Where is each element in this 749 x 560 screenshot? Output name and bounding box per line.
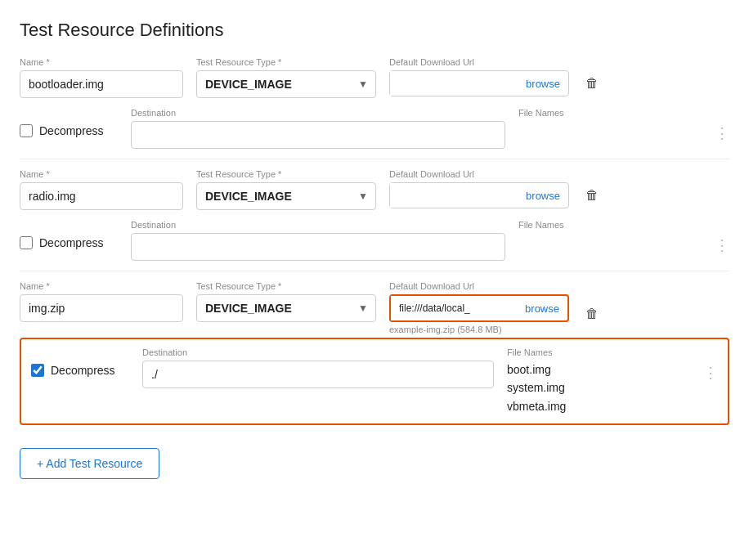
- delete-button-2[interactable]: 🗑: [582, 181, 602, 209]
- url-group-1: Default Download Url browse: [389, 57, 569, 96]
- resource-section-1: Name * Test Resource Type * DEVICE_IMAGE…: [20, 57, 729, 159]
- name-label-1: Name *: [20, 57, 183, 67]
- type-select-3[interactable]: DEVICE_IMAGE: [196, 294, 376, 322]
- decompress-row-1: Decompress Destination File Names ⋮: [20, 101, 729, 159]
- url-wrapper-3: browse: [389, 294, 569, 322]
- url-label-3: Default Download Url: [389, 281, 569, 291]
- scroll-indicator-3: ⋮: [700, 364, 718, 382]
- resource-row-2: Name * Test Resource Type * DEVICE_IMAGE…: [20, 169, 729, 210]
- destination-label-1: Destination: [131, 108, 505, 118]
- destination-label-2: Destination: [131, 220, 505, 230]
- filename-item: vbmeta.img: [507, 397, 687, 415]
- destination-label-3: Destination: [142, 347, 494, 357]
- decompress-check-1: Decompress: [20, 124, 118, 137]
- destination-input-2[interactable]: [131, 233, 505, 261]
- decompress-checkbox-3[interactable]: [31, 364, 44, 377]
- name-group-3: Name *: [20, 281, 183, 322]
- resources-container: Name * Test Resource Type * DEVICE_IMAGE…: [20, 57, 729, 425]
- filenames-group-2: File Names: [518, 220, 698, 233]
- page-title: Test Resource Definitions: [20, 20, 729, 41]
- url-input-2[interactable]: [390, 183, 518, 208]
- type-group-1: Test Resource Type * DEVICE_IMAGE ▼: [196, 57, 376, 98]
- name-group-2: Name *: [20, 169, 183, 210]
- resource-section-3: Name * Test Resource Type * DEVICE_IMAGE…: [20, 281, 729, 425]
- decompress-check-3: Decompress: [31, 364, 129, 377]
- type-group-3: Test Resource Type * DEVICE_IMAGE ▼: [196, 281, 376, 322]
- delete-button-1[interactable]: 🗑: [582, 69, 602, 97]
- name-group-1: Name *: [20, 57, 183, 98]
- resource-section-2: Name * Test Resource Type * DEVICE_IMAGE…: [20, 169, 729, 271]
- browse-link-3[interactable]: browse: [517, 302, 567, 315]
- destination-input-1[interactable]: [131, 121, 505, 149]
- resource-row-3: Name * Test Resource Type * DEVICE_IMAGE…: [20, 281, 729, 334]
- type-label-1: Test Resource Type *: [196, 57, 376, 67]
- url-wrapper-2: browse: [389, 182, 569, 208]
- decompress-label-1: Decompress: [39, 124, 104, 137]
- filenames-list-3: boot.imgsystem.imgvbmeta.img: [507, 361, 687, 415]
- decompress-check-2: Decompress: [20, 236, 118, 249]
- type-select-1[interactable]: DEVICE_IMAGE: [196, 70, 376, 98]
- filenames-label-3: File Names: [507, 347, 687, 357]
- url-input-1[interactable]: [390, 71, 518, 96]
- filename-item: system.img: [507, 379, 687, 396]
- name-input-2[interactable]: [20, 182, 183, 210]
- url-label-1: Default Download Url: [389, 57, 569, 67]
- decompress-row-3: Decompress Destination File Names boot.i…: [20, 338, 729, 425]
- delete-button-3[interactable]: 🗑: [582, 300, 602, 328]
- name-label-2: Name *: [20, 169, 183, 179]
- filename-item: boot.img: [507, 361, 687, 379]
- filenames-group-1: File Names: [518, 108, 698, 121]
- decompress-row-2: Decompress Destination File Names ⋮: [20, 213, 729, 271]
- resource-row-1: Name * Test Resource Type * DEVICE_IMAGE…: [20, 57, 729, 98]
- name-input-3[interactable]: [20, 294, 183, 322]
- url-input-3[interactable]: [391, 296, 517, 320]
- destination-group-2: Destination: [131, 220, 505, 261]
- browse-link-2[interactable]: browse: [518, 190, 568, 202]
- url-hint-3: example-img.zip (584.8 MB): [389, 325, 569, 334]
- filenames-label-2: File Names: [518, 220, 698, 230]
- decompress-label-3: Decompress: [51, 364, 115, 377]
- url-label-2: Default Download Url: [389, 169, 569, 179]
- name-input-1[interactable]: [20, 70, 183, 98]
- url-group-2: Default Download Url browse: [389, 169, 569, 208]
- name-label-3: Name *: [20, 281, 183, 291]
- destination-group-1: Destination: [131, 108, 505, 149]
- filenames-label-1: File Names: [518, 108, 698, 118]
- decompress-checkbox-2[interactable]: [20, 236, 33, 249]
- type-label-3: Test Resource Type *: [196, 281, 376, 291]
- filenames-group-3: File Names boot.imgsystem.imgvbmeta.img: [507, 347, 687, 415]
- scroll-indicator-2: ⋮: [711, 236, 729, 254]
- url-wrapper-1: browse: [389, 70, 569, 96]
- type-label-2: Test Resource Type *: [196, 169, 376, 179]
- url-group-3: Default Download Url browse example-img.…: [389, 281, 569, 334]
- browse-link-1[interactable]: browse: [518, 78, 568, 90]
- destination-group-3: Destination: [142, 347, 494, 388]
- add-test-resource-button[interactable]: + Add Test Resource: [20, 448, 159, 479]
- type-group-2: Test Resource Type * DEVICE_IMAGE ▼: [196, 169, 376, 210]
- decompress-checkbox-1[interactable]: [20, 124, 33, 137]
- destination-input-3[interactable]: [142, 361, 494, 388]
- type-select-2[interactable]: DEVICE_IMAGE: [196, 182, 376, 210]
- scroll-indicator-1: ⋮: [711, 124, 729, 142]
- decompress-label-2: Decompress: [39, 236, 104, 249]
